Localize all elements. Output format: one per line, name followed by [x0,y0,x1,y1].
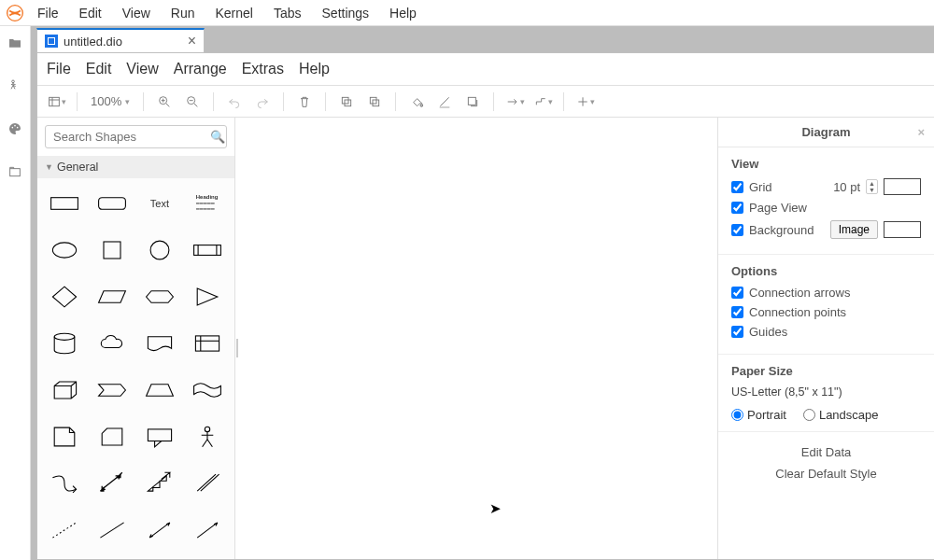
svg-rect-15 [51,198,78,210]
grid-checkbox[interactable]: Grid [731,180,823,194]
zoom-in-icon[interactable] [151,90,177,114]
dio-menu-view[interactable]: View [126,61,158,77]
grid-color-swatch[interactable] [884,178,921,195]
search-shapes-field[interactable] [53,130,210,144]
diagram-canvas[interactable]: ➤ [239,118,717,559]
shape-square[interactable] [91,234,134,266]
dio-menu-arrange[interactable]: Arrange [174,61,227,77]
line-color-icon[interactable] [432,90,458,114]
shape-text[interactable]: Text [138,188,182,219]
shape-note[interactable] [43,421,87,453]
shape-parallelogram[interactable] [91,281,134,313]
dio-menu-help[interactable]: Help [299,61,330,77]
orientation-portrait[interactable]: Portrait [731,408,786,422]
clear-default-style-link[interactable]: Clear Default Style [718,463,934,484]
shape-cloud[interactable] [91,328,134,359]
shape-card[interactable] [91,421,134,453]
paper-size-value[interactable]: US-Letter (8,5" x 11") [731,385,921,399]
connection-arrows-checkbox[interactable]: Connection arrows [731,286,921,300]
menu-kernel[interactable]: Kernel [213,2,254,24]
dio-menu-edit[interactable]: Edit [86,61,112,77]
shape-dashed-line[interactable] [43,514,87,546]
view-dropdown[interactable]: ▾ [43,90,69,114]
to-back-icon[interactable] [361,90,388,114]
close-panel-icon[interactable]: × [917,125,925,139]
shape-line[interactable] [91,514,134,546]
folder-icon[interactable] [7,35,22,54]
menu-file[interactable]: File [35,2,61,24]
shape-bidir-connector[interactable] [138,514,182,546]
shape-tape[interactable] [185,374,229,406]
svg-point-2 [12,127,14,129]
to-front-icon[interactable] [333,90,360,114]
dio-menu-file[interactable]: File [47,61,71,77]
shape-curve[interactable] [43,468,87,499]
palette-icon[interactable] [7,121,22,140]
shape-link[interactable] [185,468,229,499]
shape-circle[interactable] [138,234,182,266]
mouse-cursor-icon: ➤ [489,500,502,517]
background-image-button[interactable]: Image [830,220,878,239]
redo-icon[interactable] [249,90,276,114]
shape-hexagon[interactable] [138,281,182,313]
zoom-out-icon[interactable] [179,90,205,114]
search-shapes-input[interactable]: 🔍 [45,125,227,148]
search-icon[interactable]: 🔍 [210,130,225,144]
background-color-swatch[interactable] [884,221,921,238]
shape-actor[interactable] [185,421,229,453]
shape-cube[interactable] [43,374,87,406]
svg-rect-13 [440,106,450,107]
shape-triangle[interactable] [185,281,229,313]
waypoints-icon[interactable]: ▾ [530,90,556,114]
shape-ellipse[interactable] [43,234,87,266]
shape-bidirectional-arrow[interactable] [91,468,134,499]
shadow-icon[interactable] [460,90,486,114]
shape-internal-storage[interactable] [185,328,229,359]
svg-rect-27 [148,429,171,441]
shape-arrow[interactable] [138,468,182,499]
orientation-landscape[interactable]: Landscape [803,408,879,422]
svg-rect-11 [373,100,379,106]
shape-document[interactable] [138,328,182,359]
shape-cylinder[interactable] [43,328,87,359]
shape-step[interactable] [91,374,134,406]
edit-data-link[interactable]: Edit Data [718,441,934,463]
menu-help[interactable]: Help [388,2,418,24]
shape-rectangle[interactable] [43,188,87,219]
close-tab-icon[interactable]: × [188,34,196,49]
view-section-heading: View [731,157,921,171]
connection-points-checkbox[interactable]: Connection points [731,305,921,319]
menu-run[interactable]: Run [169,2,197,24]
activity-bar [0,26,31,560]
shape-directional-connector[interactable] [185,514,229,546]
menu-view[interactable]: View [120,2,152,24]
file-tab[interactable]: untitled.dio × [36,28,205,52]
fill-color-icon[interactable] [403,90,430,114]
shape-process[interactable] [185,234,229,266]
shape-heading-text[interactable]: Heading━━━━━━━━━━ [185,188,229,219]
shape-trapezoid[interactable] [138,374,182,406]
connection-icon[interactable]: ▾ [502,90,528,114]
guides-checkbox[interactable]: Guides [731,325,921,339]
delete-icon[interactable] [291,90,318,114]
shape-rounded-rectangle[interactable] [91,188,134,219]
page-view-checkbox[interactable]: Page View [731,201,921,215]
running-icon[interactable] [7,78,22,97]
menu-edit[interactable]: Edit [78,2,104,24]
insert-icon[interactable]: ▾ [572,90,598,114]
menu-settings[interactable]: Settings [320,2,372,24]
background-checkbox[interactable]: Background [731,223,825,237]
svg-point-17 [53,243,77,258]
drawio-editor: File Edit View Arrange Extras Help ▾ 100… [36,52,934,560]
menu-tabs[interactable]: Tabs [272,2,304,24]
shape-diamond[interactable] [43,281,87,313]
palette-general-header[interactable]: ▼ General [37,156,234,178]
shape-callout[interactable] [138,421,182,453]
svg-rect-18 [104,242,120,259]
undo-icon[interactable] [221,90,248,114]
dio-menu-extras[interactable]: Extras [242,61,284,77]
tabs-icon[interactable] [7,164,22,183]
grid-size-stepper[interactable]: ▲▼ [866,179,878,194]
jupyter-logo[interactable] [6,4,24,22]
zoom-level[interactable]: 100%▾ [85,94,135,108]
